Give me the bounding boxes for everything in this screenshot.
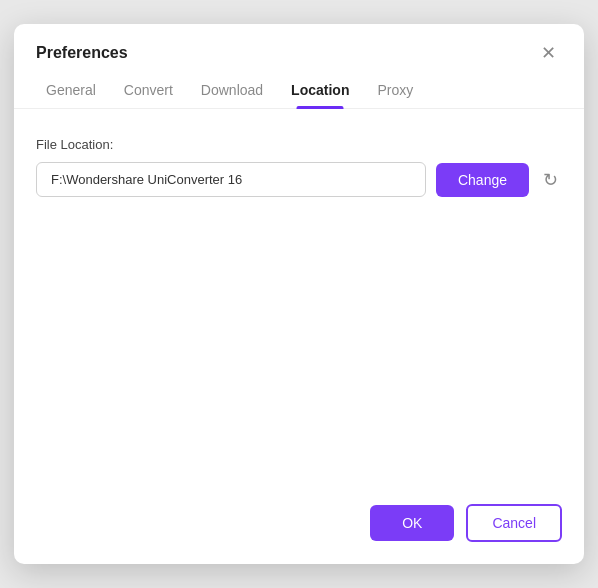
- tab-download[interactable]: Download: [191, 74, 273, 108]
- file-location-row: Change ↻: [36, 162, 562, 197]
- close-button[interactable]: ✕: [535, 42, 562, 64]
- cancel-button[interactable]: Cancel: [466, 504, 562, 542]
- file-location-label: File Location:: [36, 137, 562, 152]
- dialog-header: Preferences ✕: [14, 24, 584, 64]
- tab-bar: General Convert Download Location Proxy: [14, 64, 584, 109]
- tab-proxy[interactable]: Proxy: [367, 74, 423, 108]
- ok-button[interactable]: OK: [370, 505, 454, 541]
- dialog-body: File Location: Change ↻: [14, 109, 584, 488]
- preferences-dialog: Preferences ✕ General Convert Download L…: [14, 24, 584, 564]
- change-button[interactable]: Change: [436, 163, 529, 197]
- tab-general[interactable]: General: [36, 74, 106, 108]
- tab-convert[interactable]: Convert: [114, 74, 183, 108]
- tab-location[interactable]: Location: [281, 74, 359, 108]
- dialog-footer: OK Cancel: [14, 488, 584, 564]
- file-location-input[interactable]: [36, 162, 426, 197]
- refresh-button[interactable]: ↻: [539, 165, 562, 195]
- dialog-title: Preferences: [36, 44, 128, 62]
